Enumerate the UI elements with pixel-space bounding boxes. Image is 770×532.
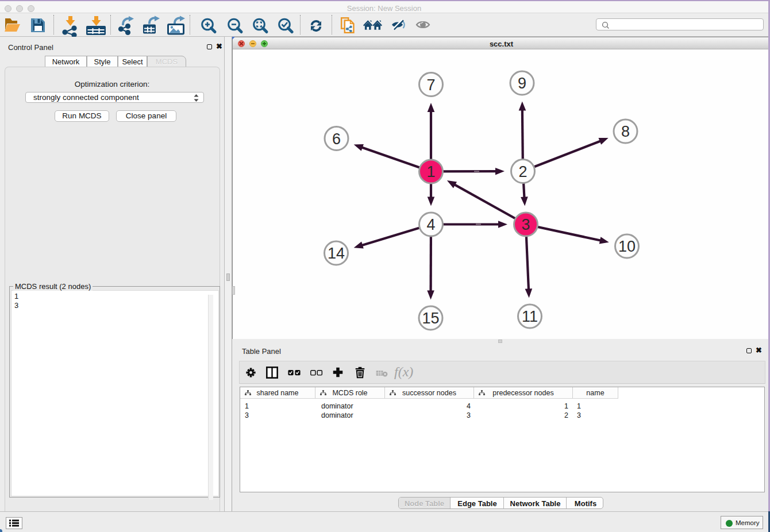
svg-text:7: 7 xyxy=(426,76,435,94)
svg-text:9: 9 xyxy=(518,75,526,92)
svg-text:2: 2 xyxy=(518,163,527,180)
svg-text:1: 1 xyxy=(426,163,435,180)
svg-text:15: 15 xyxy=(422,310,439,327)
svg-text:8: 8 xyxy=(621,123,630,140)
svg-text:11: 11 xyxy=(522,308,538,325)
svg-text:10: 10 xyxy=(618,238,636,255)
svg-text:6: 6 xyxy=(332,130,341,148)
svg-text:3: 3 xyxy=(521,216,530,233)
svg-text:4: 4 xyxy=(426,216,435,233)
svg-text:14: 14 xyxy=(328,245,345,262)
